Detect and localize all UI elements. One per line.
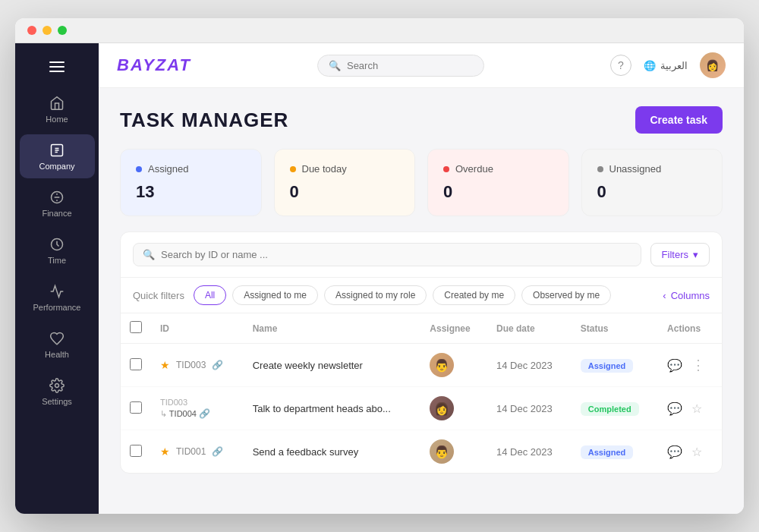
row-name: Send a feedback survey — [244, 430, 421, 474]
row-checkbox[interactable] — [130, 401, 142, 414]
sidebar-label-finance: Finance — [42, 209, 71, 218]
columns-button[interactable]: ‹ Columns — [663, 290, 710, 301]
actions-cell: 💬 ⋮ — [667, 357, 713, 373]
table-toolbar: 🔍 Filters ▾ — [121, 232, 722, 278]
table-row: TID003 ↳ TID004 🔗 Talk to department hea… — [121, 387, 722, 430]
table-header-row: ID Name Assignee Due date Status Actions — [121, 313, 722, 344]
comment-icon[interactable]: 💬 — [667, 358, 682, 373]
header-checkbox-cell — [121, 313, 151, 344]
sidebar-label-settings: Settings — [42, 397, 72, 406]
stat-dot-due-today — [290, 166, 296, 172]
company-icon — [49, 142, 65, 159]
star-icon[interactable]: ★ — [160, 359, 170, 371]
home-icon — [49, 95, 65, 112]
row-assignee: 👩 — [420, 387, 487, 430]
app-layout: Home Company Finance Ti — [15, 43, 744, 514]
table-search[interactable]: 🔍 — [133, 243, 641, 266]
header-id: ID — [151, 313, 244, 344]
select-all-checkbox[interactable] — [130, 321, 142, 333]
search-bar[interactable]: 🔍 — [317, 55, 484, 77]
sidebar-item-performance[interactable]: Performance — [20, 275, 95, 320]
action-star-icon[interactable]: ☆ — [691, 445, 702, 459]
qf-all-button[interactable]: All — [194, 285, 226, 305]
row-id-cell: ★ TID001 🔗 — [151, 430, 244, 474]
hamburger-icon — [49, 61, 65, 72]
qf-created-by-me-button[interactable]: Created by me — [433, 285, 515, 305]
star-icon: ★ — [160, 445, 170, 458]
header-due-date: Due date — [487, 313, 572, 344]
stat-label-unassigned: Unassigned — [609, 163, 662, 175]
create-task-button[interactable]: Create task — [635, 106, 723, 134]
header-actions: Actions — [658, 313, 722, 344]
lang-label: العربية — [660, 60, 688, 71]
sidebar-label-company: Company — [39, 162, 74, 171]
row-status: Assigned — [572, 344, 658, 387]
task-table-container: 🔍 Filters ▾ Quick filters All Assigned t… — [120, 231, 723, 474]
stat-card-unassigned: Unassigned 0 — [581, 149, 723, 216]
header-status: Status — [572, 313, 658, 344]
sidebar-item-finance[interactable]: Finance — [20, 181, 95, 225]
stat-value-assigned: 13 — [136, 182, 246, 202]
row-checkbox[interactable] — [130, 445, 142, 457]
stat-dot-overdue — [443, 166, 449, 172]
more-icon[interactable]: ⋮ — [691, 357, 705, 373]
sidebar-item-health[interactable]: Health — [20, 323, 95, 367]
row-checkbox[interactable] — [130, 358, 142, 370]
stat-card-header-overdue: Overdue — [443, 163, 553, 175]
stat-card-assigned: Assigned 13 — [120, 149, 262, 216]
performance-icon — [49, 283, 65, 300]
help-button[interactable]: ? — [610, 55, 631, 76]
page-body: TASK MANAGER Create task Assigned 13 — [99, 88, 744, 492]
search-input[interactable] — [347, 60, 473, 71]
stat-label-assigned: Assigned — [148, 163, 188, 175]
sidebar-item-home[interactable]: Home — [20, 87, 95, 131]
browser-bar — [15, 18, 744, 43]
stat-value-overdue: 0 — [443, 182, 553, 202]
language-button[interactable]: 🌐 العربية — [644, 60, 688, 71]
hamburger-menu[interactable] — [15, 55, 99, 84]
row-name: Create weekly newsletter — [244, 344, 421, 387]
finance-icon — [49, 189, 65, 206]
main-content: BAYZAT 🔍 ? 🌐 العربية 👩 — [99, 43, 744, 514]
row-id-cell: TID003 ↳ TID004 🔗 — [151, 387, 244, 430]
row-checkbox-cell — [121, 387, 151, 430]
browser-dot-red[interactable] — [27, 26, 36, 35]
link-icon: 🔗 — [212, 360, 223, 370]
page-header: TASK MANAGER Create task — [120, 106, 723, 134]
quick-filters: Quick filters All Assigned to me Assigne… — [121, 278, 722, 313]
assignee-avatar: 👩 — [430, 396, 454, 420]
comment-icon[interactable]: 💬 — [667, 445, 682, 459]
stat-card-header-assigned: Assigned — [136, 163, 246, 175]
row-name: Talk to department heads abo... — [244, 387, 421, 430]
sidebar-item-time[interactable]: Time — [20, 228, 95, 272]
qf-assigned-to-me-button[interactable]: Assigned to me — [232, 285, 318, 305]
chevron-down-icon: ▾ — [693, 249, 698, 260]
row-assignee: 👨 — [420, 430, 487, 474]
row-due-date: 14 Dec 2023 — [487, 344, 572, 387]
qf-assigned-to-role-button[interactable]: Assigned to my role — [324, 285, 427, 305]
filters-button[interactable]: Filters ▾ — [650, 243, 710, 266]
task-id-cell: ★ TID003 🔗 — [160, 359, 235, 371]
qf-observed-by-me-button[interactable]: Observed by me — [521, 285, 611, 305]
task-id: TID003 — [176, 360, 206, 370]
stat-card-due-today: Due today 0 — [274, 149, 416, 216]
sidebar-item-settings[interactable]: Settings — [20, 370, 95, 414]
sidebar: Home Company Finance Ti — [15, 43, 99, 514]
sidebar-label-health: Health — [45, 350, 69, 359]
browser-dot-green[interactable] — [58, 26, 67, 35]
filters-label: Filters — [662, 249, 688, 260]
table-search-input[interactable] — [161, 249, 631, 260]
columns-chevron-icon: ‹ — [663, 290, 666, 301]
browser-dot-yellow[interactable] — [43, 26, 52, 35]
comment-icon[interactable]: 💬 — [667, 401, 682, 416]
row-checkbox-cell — [121, 430, 151, 474]
stat-label-overdue: Overdue — [455, 163, 493, 175]
sidebar-item-company[interactable]: Company — [20, 134, 95, 178]
user-avatar[interactable]: 👩 — [700, 52, 726, 78]
status-badge: Assigned — [581, 445, 634, 459]
assignee-avatar: 👨 — [430, 353, 454, 377]
subtask-indicator: TID003 ↳ TID004 🔗 — [160, 398, 235, 419]
browser-window: Home Company Finance Ti — [15, 18, 744, 514]
task-id-cell: ★ TID001 🔗 — [160, 445, 235, 458]
action-star-icon[interactable]: ☆ — [691, 401, 702, 416]
